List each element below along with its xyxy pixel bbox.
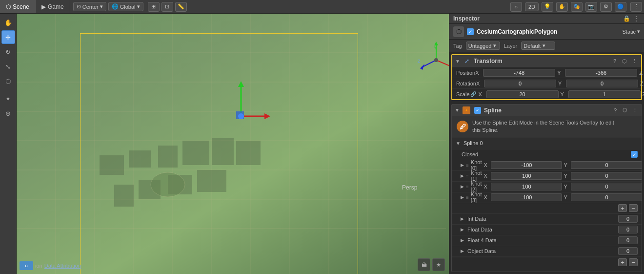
spline-help-icon[interactable]: ?: [611, 106, 619, 114]
add-knot-button[interactable]: +: [618, 204, 627, 212]
knot1-drag-handle[interactable]: ≡: [466, 173, 469, 179]
inspector-header: Inspector 🔒 ⋮: [449, 14, 644, 24]
transform-more-icon[interactable]: ⋮: [630, 57, 638, 65]
gizmo-svg: Y X Z: [417, 41, 449, 80]
add-data-button[interactable]: +: [618, 258, 627, 266]
tag-select[interactable]: Untagged ▾: [466, 42, 500, 50]
knot1-x-input[interactable]: [491, 172, 562, 180]
fx-button[interactable]: ★: [432, 258, 445, 271]
transform-help-icon[interactable]: ?: [611, 57, 619, 65]
transform-tool-btn[interactable]: ⬡: [1, 74, 15, 88]
float4-data-expand-icon[interactable]: ▶: [461, 238, 465, 243]
knot0-expand-icon[interactable]: ▶: [461, 163, 464, 168]
float-data-input[interactable]: [618, 226, 638, 233]
tab-scene[interactable]: ⬡ Scene: [0, 0, 36, 13]
data-attribution-link[interactable]: Data Attribution: [44, 263, 81, 269]
svg-rect-27: [114, 185, 134, 207]
add-remove-knots-row: + −: [452, 203, 642, 214]
knot0-x-input[interactable]: [491, 161, 562, 169]
spline-collapse-icon[interactable]: ▼: [455, 107, 460, 113]
spline-enabled-checkbox[interactable]: ✓: [474, 107, 481, 114]
int-data-input[interactable]: [618, 215, 638, 223]
circle-button[interactable]: ○: [510, 2, 522, 12]
global-chevron: ▾: [137, 3, 140, 10]
spline-info-text: Use the Spline Edit Mode in the Scene To…: [472, 119, 614, 134]
custom-tool-2[interactable]: ⊕: [1, 106, 15, 120]
light-button[interactable]: 💡: [542, 2, 553, 12]
remove-data-button[interactable]: −: [629, 258, 638, 266]
move-arrows[interactable]: [207, 77, 275, 136]
transform-settings-icon[interactable]: ⬡: [621, 57, 628, 65]
cesium-icon: C: [20, 261, 33, 270]
ruler-button[interactable]: 📏: [175, 2, 187, 12]
static-dropdown[interactable]: Static ▾: [622, 28, 640, 35]
inspector-panel: Inspector 🔒 ⋮ ⬡ ✓ CesiumCartographicPoly…: [449, 14, 644, 274]
spline0-expand-icon[interactable]: ▼: [456, 141, 461, 146]
settings-button[interactable]: ⚙: [600, 2, 612, 12]
spline0-label: Spline 0: [463, 140, 483, 146]
pos-y-label: Y: [557, 70, 563, 76]
effects-button[interactable]: 🎭: [571, 2, 583, 12]
scene-viewport[interactable]: Y X Z Persp 🏔 ★: [17, 14, 449, 274]
knot3-expand-icon[interactable]: ▶: [461, 195, 464, 200]
cesium-logo: C ion Data Attribution: [20, 261, 81, 270]
pos-x-input[interactable]: [483, 69, 555, 77]
knot0-y-input[interactable]: [571, 161, 642, 169]
inspector-lock-icon[interactable]: 🔒: [623, 15, 630, 22]
int-data-expand-icon[interactable]: ▶: [461, 216, 465, 221]
object-data-expand-icon[interactable]: ▶: [461, 249, 465, 253]
hand-button[interactable]: ✋: [556, 2, 568, 12]
custom-tool-1[interactable]: ✦: [1, 92, 15, 105]
spline-more-icon[interactable]: ⋮: [631, 106, 639, 114]
tab-game[interactable]: ▶ Game: [36, 0, 70, 13]
float-data-expand-icon[interactable]: ▶: [461, 227, 465, 232]
rotate-tool-btn[interactable]: ↻: [1, 45, 15, 59]
knot2-expand-icon[interactable]: ▶: [461, 184, 464, 189]
2d-button[interactable]: 2D: [525, 2, 539, 11]
knot3-y-input[interactable]: [571, 193, 642, 201]
more-button[interactable]: ⋮: [630, 2, 642, 12]
knot0-drag-handle[interactable]: ≡: [466, 163, 469, 168]
float4-data-input[interactable]: [618, 236, 638, 244]
inspector-more-icon[interactable]: ⋮: [632, 15, 640, 22]
float-data-row: ▶ Float Data: [452, 225, 642, 235]
terrain-button[interactable]: 🏔: [418, 258, 430, 271]
global-button[interactable]: 🌐 Global ▾: [108, 2, 143, 11]
static-label: Static: [622, 29, 636, 35]
rot-x-input[interactable]: [484, 80, 556, 87]
component-enabled-checkbox[interactable]: ✓: [467, 28, 474, 35]
knot1-y-input[interactable]: [571, 172, 642, 180]
scale-y-input[interactable]: [568, 90, 641, 98]
knot2-y-input[interactable]: [571, 183, 642, 190]
knot2-x-input[interactable]: [491, 183, 562, 190]
scale-link-icon[interactable]: 🔗: [470, 91, 477, 98]
knot3-drag-handle[interactable]: ≡: [466, 195, 469, 200]
scene-icon: ⬡: [6, 3, 11, 10]
rotation-xyz: X Y Z: [476, 80, 644, 87]
remove-knot-button[interactable]: −: [629, 204, 638, 212]
knot-row-3: ▶ ≡ Knot [3] X Y Z: [452, 192, 642, 203]
hand-tool-btn[interactable]: ✋: [1, 16, 15, 29]
pos-y-input[interactable]: [565, 69, 637, 77]
layer-select[interactable]: Default ▾: [521, 42, 555, 50]
rot-y-input[interactable]: [566, 80, 638, 87]
camera-button[interactable]: 📷: [585, 2, 597, 12]
scale-tool-btn[interactable]: ⤡: [1, 60, 15, 73]
spline-settings-icon[interactable]: ⬡: [621, 106, 629, 114]
center-button[interactable]: ⊙ Center ▾: [73, 2, 106, 11]
knot1-expand-icon[interactable]: ▶: [461, 173, 464, 178]
spline-info-line1: Use the Spline Edit Mode in the Scene To…: [472, 119, 614, 126]
snap-button[interactable]: ⊡: [161, 2, 173, 12]
transform-gizmo[interactable]: Y X Z: [417, 41, 449, 80]
closed-checkbox[interactable]: ✓: [631, 151, 638, 158]
grid-button[interactable]: ⊞: [148, 2, 160, 12]
spline-0-row: ▼ Spline 0: [452, 138, 642, 149]
2d-label: 2D: [528, 4, 535, 10]
sphere-button[interactable]: 🔵: [615, 2, 626, 12]
object-data-input[interactable]: [618, 247, 638, 255]
knot2-drag-handle[interactable]: ≡: [466, 184, 469, 190]
knot3-x-input[interactable]: [491, 193, 562, 201]
scale-x-input[interactable]: [486, 90, 559, 98]
move-tool-btn[interactable]: ✛: [1, 30, 15, 44]
transform-collapse-icon[interactable]: ▼: [455, 59, 460, 64]
